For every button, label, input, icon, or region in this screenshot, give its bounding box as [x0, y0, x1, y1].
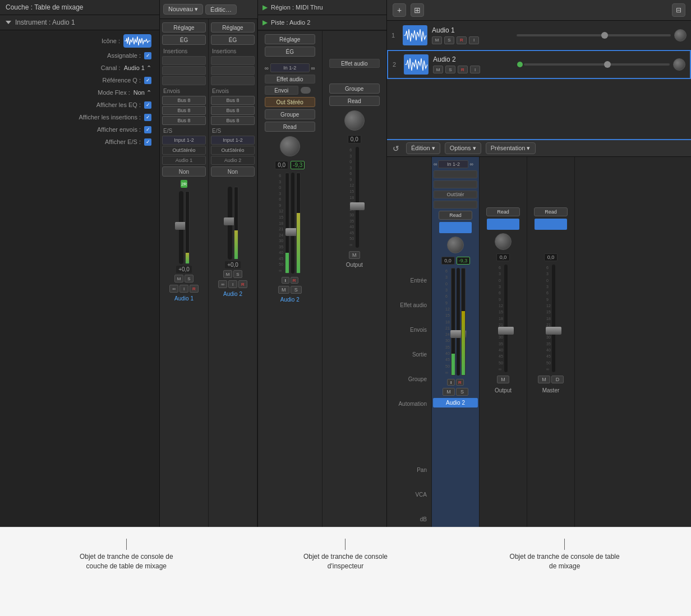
s-insp-left[interactable]: S	[291, 286, 302, 294]
m-output[interactable]: M	[497, 376, 509, 383]
solo-track-2[interactable]: S	[445, 66, 455, 73]
mute-btn-ch1[interactable]: M	[174, 275, 183, 282]
read-btn-right[interactable]: Read	[329, 96, 380, 106]
m-insp-right[interactable]: M	[349, 251, 360, 259]
fader-insp-right-track[interactable]	[356, 147, 359, 248]
fader-thumb-output[interactable]	[498, 327, 514, 335]
fader-track-audio2[interactable]	[457, 268, 460, 376]
eq-checkbox[interactable]	[144, 101, 151, 109]
pan-knob-output[interactable]	[495, 233, 512, 250]
auto-btn-audio2[interactable]: Read	[439, 211, 472, 220]
envoi-toggle[interactable]	[301, 87, 311, 94]
r-audio2[interactable]: R	[456, 379, 464, 386]
sortie-audio2[interactable]: OutStér	[434, 191, 477, 198]
s-audio2[interactable]: S	[456, 388, 468, 396]
i-btn-ch1[interactable]: I	[179, 285, 188, 293]
send-slot-1-ch2[interactable]: Bus 8	[211, 96, 255, 105]
insert-slot-1-ch1[interactable]	[162, 56, 206, 65]
link-btn-ch2[interactable]: ∞	[218, 280, 227, 288]
auto-btn-output[interactable]: Read	[486, 207, 520, 216]
mini-knob-2[interactable]	[673, 58, 685, 71]
envois-checkbox[interactable]	[144, 126, 151, 133]
fader-track-ch2[interactable]	[228, 187, 232, 260]
reglage-insp-left[interactable]: Réglage	[265, 34, 315, 44]
canal-value[interactable]: Audio 1 ⌃	[124, 64, 151, 72]
record-track-1[interactable]: R	[457, 36, 467, 44]
mini-fader-2[interactable]	[524, 63, 670, 66]
mini-knob-1[interactable]	[674, 29, 687, 41]
add-track-folder-button[interactable]: ⊞	[411, 3, 424, 17]
pan-knob-insp-left[interactable]	[280, 136, 300, 156]
send-slot-2-ch1[interactable]: Bus 8	[162, 106, 206, 115]
send-slot-2-ch2[interactable]: Bus 8	[211, 106, 255, 115]
modeflex-value[interactable]: Non ⌃	[133, 89, 151, 96]
effet-audio-audio2[interactable]	[434, 170, 477, 178]
send-slot-3-ch2[interactable]: Bus 8	[211, 116, 255, 125]
m-audio2[interactable]: M	[443, 388, 455, 396]
solo-btn-ch1[interactable]: S	[185, 275, 194, 282]
input-slot-ch1[interactable]: Input 1-2	[162, 136, 206, 145]
groupe-btn-right[interactable]: Groupe	[329, 84, 380, 94]
mini-fader-1[interactable]	[517, 34, 671, 36]
insert-slot-2-ch2[interactable]	[211, 66, 255, 75]
waveform-icon[interactable]	[123, 34, 151, 48]
nouveau-button[interactable]: Nouveau ▾	[163, 4, 203, 15]
mini-fader-thumb-1[interactable]	[601, 32, 608, 39]
fader-insp-right-thumb[interactable]	[350, 202, 365, 210]
assignable-checkbox[interactable]	[144, 52, 151, 59]
mute-track-1[interactable]: M	[432, 36, 442, 44]
send-slot-3-ch1[interactable]: Bus 8	[162, 116, 206, 125]
insert-slot-1-ch2[interactable]	[211, 56, 255, 65]
piste-play-icon[interactable]: ▶	[262, 18, 268, 26]
i-audio2[interactable]: I	[447, 379, 455, 386]
effet-audio-insp[interactable]: Effet audio	[265, 75, 315, 84]
eg-btn-ch2[interactable]: ÉG	[211, 35, 255, 45]
output-slot-ch2[interactable]: OutStéréo	[211, 146, 255, 155]
m-insp-left[interactable]: M	[278, 286, 289, 294]
link-btn-ch1[interactable]: ∞	[169, 285, 178, 293]
m-master[interactable]: M	[538, 376, 550, 383]
insert-slot-3-ch1[interactable]	[162, 76, 206, 85]
mute-btn-ch2[interactable]: M	[223, 270, 232, 278]
envois-audio2[interactable]	[434, 180, 477, 188]
add-track-button[interactable]: +	[393, 3, 406, 17]
options-dropdown[interactable]: Options ▾	[445, 142, 481, 154]
insert-slot-3-ch2[interactable]	[211, 76, 255, 85]
read-btn-left[interactable]: Read	[265, 122, 315, 132]
presentation-dropdown[interactable]: Présentation ▾	[486, 142, 536, 154]
input-track-2[interactable]: I	[470, 66, 480, 73]
in-slot-left[interactable]: In 1-2	[270, 63, 310, 72]
mini-fader-thumb-2[interactable]	[604, 61, 611, 68]
input-slot-ch2[interactable]: Input 1-2	[211, 136, 255, 145]
eg-btn-ch1[interactable]: ÉG	[162, 35, 206, 45]
fader-thumb-master[interactable]	[546, 327, 561, 335]
i-insp-left[interactable]: I	[282, 277, 289, 284]
in-slot-audio2[interactable]: In 1-2	[438, 160, 468, 168]
fader-track-output[interactable]	[504, 265, 508, 372]
auto-btn-master[interactable]: Read	[534, 207, 568, 216]
record-track-2[interactable]: R	[458, 66, 468, 73]
edition-dropdown[interactable]: Édition ▾	[406, 142, 440, 154]
envoi-btn[interactable]: Envoi	[265, 86, 298, 95]
es-checkbox[interactable]	[144, 138, 151, 146]
reglage-btn-ch2[interactable]: Réglage	[211, 22, 255, 33]
pan-knob-audio2[interactable]	[447, 237, 464, 253]
r-btn-ch2[interactable]: R	[238, 280, 247, 288]
ins-checkbox[interactable]	[144, 114, 151, 121]
play-icon[interactable]: ▶	[262, 3, 268, 11]
fader-track-master[interactable]	[552, 265, 555, 372]
solo-track-1[interactable]: S	[444, 36, 454, 44]
pan-knob-insp-right[interactable]	[344, 110, 365, 131]
non-btn-ch1[interactable]: Non	[162, 166, 206, 177]
edition-button-left[interactable]: Éditic…	[205, 4, 237, 15]
reglage-btn-ch1[interactable]: Réglage	[162, 22, 206, 33]
input-track-1[interactable]: I	[469, 36, 479, 44]
r-btn-ch1[interactable]: R	[190, 285, 199, 293]
send-slot-1-ch1[interactable]: Bus 8	[162, 96, 206, 105]
out-stereo-btn[interactable]: Out Stéréo	[265, 97, 315, 107]
effet-audio-insp-right[interactable]: Effet audio	[329, 59, 380, 68]
d-master[interactable]: D	[551, 376, 564, 383]
groupe-btn-left[interactable]: Groupe	[265, 109, 315, 119]
non-btn-ch2[interactable]: Non	[211, 166, 255, 177]
collapse-button[interactable]: ⊟	[672, 3, 685, 17]
